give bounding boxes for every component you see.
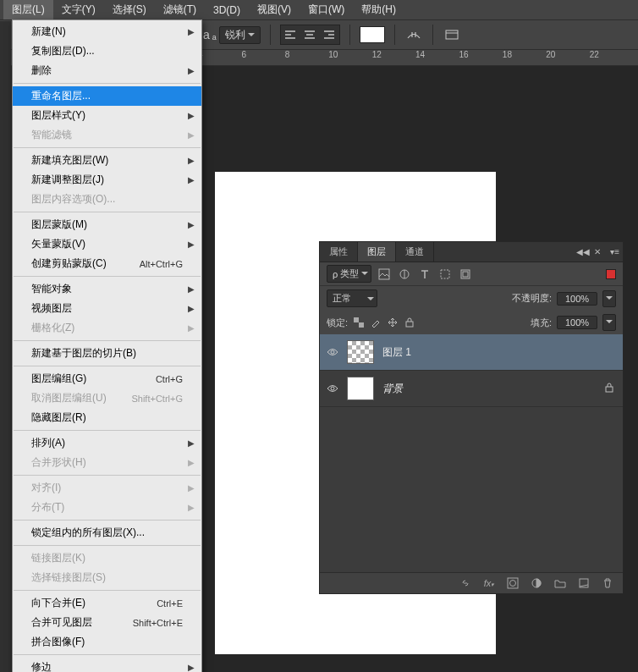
aa-small: a bbox=[212, 33, 217, 41]
menu-entry: 分布(T)▶ bbox=[13, 498, 201, 517]
menu-item[interactable]: 图层(L) bbox=[3, 0, 53, 19]
menu-entry[interactable]: 复制图层(D)... bbox=[13, 41, 201, 61]
menu-entry[interactable]: 合并可见图层Shift+Ctrl+E bbox=[13, 613, 201, 632]
menu-entry[interactable]: 排列(A)▶ bbox=[13, 433, 201, 453]
menu-item[interactable]: 3D(D) bbox=[205, 2, 249, 19]
menu-entry: 链接图层(K) bbox=[13, 548, 201, 568]
menu-entry[interactable]: 修边▶ bbox=[13, 658, 201, 672]
ruler-tick: 4 bbox=[203, 50, 246, 65]
menu-entry[interactable]: 新建基于图层的切片(B) bbox=[13, 344, 201, 363]
filter-smart-icon[interactable] bbox=[458, 267, 473, 282]
menu-entry[interactable]: 创建剪贴蒙版(C)Alt+Ctrl+G bbox=[13, 254, 201, 273]
layer-item[interactable]: 背景 bbox=[320, 371, 623, 407]
layer-name[interactable]: 背景 bbox=[382, 382, 596, 396]
menu-bar: 图层(L)文字(Y)选择(S)滤镜(T)3D(D)视图(V)窗口(W)帮助(H) bbox=[0, 0, 638, 20]
panel-footer: fx▾ bbox=[320, 572, 623, 593]
filter-toggle-icon[interactable] bbox=[606, 269, 616, 279]
menu-entry[interactable]: 向下合并(E)Ctrl+E bbox=[13, 593, 201, 613]
align-left-button[interactable] bbox=[281, 25, 300, 44]
menu-entry[interactable]: 视频图层▶ bbox=[13, 299, 201, 318]
filter-shape-icon[interactable] bbox=[437, 267, 453, 282]
svg-rect-5 bbox=[463, 272, 468, 277]
visibility-eye-icon[interactable] bbox=[327, 383, 338, 394]
menu-entry[interactable]: 隐藏图层(R) bbox=[13, 408, 201, 427]
panel-tab[interactable]: 属性 bbox=[320, 242, 358, 262]
menu-item[interactable]: 视图(V) bbox=[249, 0, 300, 19]
blend-mode-select[interactable]: 正常 bbox=[327, 289, 377, 307]
menu-entry[interactable]: 新建调整图层(J)▶ bbox=[13, 170, 201, 190]
menu-entry: 合并形状(H)▶ bbox=[13, 453, 201, 472]
opacity-value[interactable]: 100% bbox=[557, 292, 597, 306]
menu-entry[interactable]: 图层编组(G)Ctrl+G bbox=[13, 369, 201, 388]
menu-entry: 智能滤镜▶ bbox=[13, 125, 201, 145]
layer-kind-select[interactable]: ρ 类型 bbox=[327, 265, 371, 283]
lock-paint-icon[interactable] bbox=[370, 317, 382, 328]
layer-item[interactable]: 图层 1 bbox=[320, 334, 623, 371]
menu-entry[interactable]: 拼合图像(F) bbox=[13, 632, 201, 652]
antialias-select[interactable]: 锐利 bbox=[219, 26, 261, 44]
svg-point-13 bbox=[510, 581, 516, 587]
svg-point-9 bbox=[331, 350, 334, 354]
new-group-icon[interactable] bbox=[553, 576, 567, 590]
menu-entry[interactable]: 矢量蒙版(V)▶ bbox=[13, 234, 201, 254]
svg-rect-12 bbox=[508, 578, 518, 588]
text-align-group bbox=[280, 25, 340, 45]
opacity-slider-button[interactable] bbox=[602, 290, 616, 307]
text-color-swatch[interactable] bbox=[360, 26, 385, 43]
menu-entry: 选择链接图层(S) bbox=[13, 568, 201, 587]
warp-text-icon[interactable] bbox=[404, 25, 423, 44]
svg-rect-8 bbox=[406, 322, 413, 327]
panel-tab[interactable]: 图层 bbox=[358, 242, 396, 262]
panel-menu-icon[interactable]: ▾≡ bbox=[610, 247, 619, 256]
align-right-button[interactable] bbox=[320, 25, 339, 44]
menu-entry[interactable]: 锁定组内的所有图层(X)... bbox=[13, 523, 201, 543]
lock-all-icon[interactable] bbox=[404, 317, 415, 328]
panels-toggle-icon[interactable] bbox=[443, 25, 461, 44]
menu-entry[interactable]: 重命名图层... bbox=[13, 86, 201, 106]
ruler-tick: 14 bbox=[421, 50, 464, 65]
link-layers-icon[interactable] bbox=[459, 576, 472, 590]
menu-entry[interactable]: 删除▶ bbox=[13, 61, 201, 80]
filter-adjust-icon[interactable] bbox=[397, 267, 412, 282]
menu-entry[interactable]: 新建填充图层(W)▶ bbox=[13, 151, 201, 170]
menu-entry[interactable]: 图层蒙版(M)▶ bbox=[13, 215, 201, 234]
filter-type-icon[interactable] bbox=[417, 267, 432, 282]
delete-layer-icon[interactable] bbox=[601, 576, 614, 590]
menu-entry: 对齐(I)▶ bbox=[13, 478, 201, 498]
fill-value[interactable]: 100% bbox=[557, 316, 597, 329]
menu-entry[interactable]: 智能对象▶ bbox=[13, 279, 201, 299]
new-adjustment-icon[interactable] bbox=[530, 576, 543, 590]
add-mask-icon[interactable] bbox=[506, 576, 520, 590]
visibility-eye-icon[interactable] bbox=[327, 346, 338, 358]
svg-rect-7 bbox=[359, 322, 364, 328]
lock-move-icon[interactable] bbox=[387, 317, 399, 328]
layer-thumbnail[interactable] bbox=[347, 340, 374, 364]
lock-label: 锁定: bbox=[327, 317, 348, 329]
filter-image-icon[interactable] bbox=[377, 267, 392, 282]
menu-entry: 栅格化(Z)▶ bbox=[13, 318, 201, 338]
ruler-tick: 16 bbox=[464, 50, 507, 65]
menu-item[interactable]: 选择(S) bbox=[104, 0, 155, 19]
new-layer-icon[interactable] bbox=[577, 576, 591, 590]
menu-item[interactable]: 窗口(W) bbox=[300, 0, 353, 19]
menu-item[interactable]: 帮助(H) bbox=[353, 0, 404, 19]
panel-tab[interactable]: 通道 bbox=[396, 242, 434, 262]
layer-thumbnail[interactable] bbox=[347, 377, 374, 400]
ruler-tick: 10 bbox=[333, 50, 377, 65]
opacity-label: 不透明度: bbox=[512, 292, 552, 305]
menu-item[interactable]: 文字(Y) bbox=[53, 0, 104, 19]
collapse-icon[interactable]: ◀◀ bbox=[576, 247, 590, 256]
menu-entry[interactable]: 图层样式(Y)▶ bbox=[13, 106, 201, 125]
layer-name[interactable]: 图层 1 bbox=[382, 345, 616, 360]
fill-slider-button[interactable] bbox=[602, 314, 616, 331]
lock-transparent-icon[interactable] bbox=[353, 317, 365, 328]
layer-effects-icon[interactable]: fx▾ bbox=[482, 576, 496, 590]
aa-big: a bbox=[203, 28, 210, 41]
close-panel-icon[interactable]: ✕ bbox=[594, 247, 601, 256]
lock-icon bbox=[604, 383, 616, 394]
svg-rect-1 bbox=[379, 269, 389, 279]
align-center-button[interactable] bbox=[300, 25, 320, 44]
fill-label: 填充: bbox=[531, 317, 552, 329]
menu-entry[interactable]: 新建(N)▶ bbox=[13, 22, 201, 41]
menu-item[interactable]: 滤镜(T) bbox=[155, 0, 205, 19]
